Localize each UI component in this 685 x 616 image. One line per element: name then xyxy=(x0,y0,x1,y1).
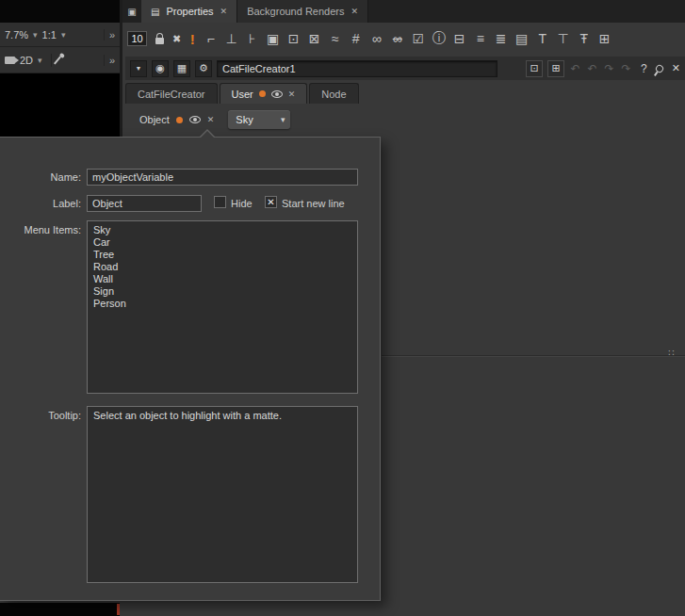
undo-all-icon[interactable]: ↶ xyxy=(586,62,598,75)
link-knob-icon[interactable]: ∞ xyxy=(369,31,383,46)
viewer-zoom-value[interactable]: 7.7% xyxy=(5,29,28,41)
redo-all-icon[interactable]: ↷ xyxy=(620,62,632,75)
pane-splitter[interactable] xyxy=(382,355,685,357)
menu-items-textarea[interactable]: Sky Car Tree Road Wall Sign Person xyxy=(87,220,358,394)
bbox-knob-icon[interactable]: ▣ xyxy=(266,31,280,46)
eyedropper-icon[interactable] xyxy=(54,56,61,64)
node-indicator-icon[interactable]: ◉ xyxy=(152,60,169,77)
name-label: Name: xyxy=(0,171,81,183)
view-mode-dropdown[interactable]: 2D xyxy=(20,55,33,66)
chevron-down-icon[interactable]: ▾ xyxy=(38,56,42,65)
knob-edit-toolbar: 10 ✖ ! ⌐ ⊥ ⊦ ▣ ⊡ ⊠ ≈ # ∞ ∞ ☑ ⓘ ⊟ ≡ ≣ ▤ T… xyxy=(122,23,685,55)
node-tabbar: CatFileCreator User ✕ Node xyxy=(125,83,359,104)
multiline-knob-icon[interactable]: ⊤ xyxy=(556,31,570,46)
tab-label: Node xyxy=(321,89,346,100)
int-knob-icon[interactable]: ⌐ xyxy=(204,31,218,46)
pin-icon[interactable] xyxy=(654,63,664,73)
double-chevron-icon[interactable]: » xyxy=(104,29,115,41)
tab-label: CatFileCreator xyxy=(138,89,205,100)
chevron-down-icon: ▾ xyxy=(275,115,290,124)
redo-icon[interactable]: ↷ xyxy=(603,62,615,75)
close-icon[interactable]: ✕ xyxy=(220,7,228,16)
channels-knob-icon[interactable]: # xyxy=(349,31,363,46)
timeline-strip xyxy=(0,603,120,616)
transform-knob-icon[interactable]: ⊠ xyxy=(307,31,321,46)
pulldown-knob-icon[interactable]: ⊥ xyxy=(224,31,238,46)
max-panels-count[interactable]: 10 xyxy=(127,31,147,46)
modified-dot-icon xyxy=(176,117,183,123)
info-knob-icon[interactable]: ⓘ xyxy=(432,30,446,47)
close-icon[interactable]: ✕ xyxy=(207,115,215,124)
text-block-icon[interactable]: ▤ xyxy=(514,31,529,46)
close-panel-icon[interactable]: ✕ xyxy=(672,62,680,74)
panel-menu-button[interactable]: ▼ xyxy=(130,60,147,77)
object-knob-row: Object ✕ Sky ▾ xyxy=(139,109,290,130)
tab-label: User xyxy=(232,89,253,100)
name-input[interactable] xyxy=(87,169,358,186)
hide-checkbox[interactable] xyxy=(214,196,226,208)
chevron-down-icon[interactable]: ▾ xyxy=(33,30,38,40)
wrench-icon[interactable]: ⚙ xyxy=(195,60,212,77)
checkbox-knob-icon[interactable]: ☑ xyxy=(411,31,425,46)
remove-all-icon[interactable]: ✖ xyxy=(172,33,181,45)
unlink-knob-icon[interactable]: ∞ xyxy=(390,31,404,46)
alert-indicator-icon: ! xyxy=(188,31,197,47)
double-chevron-icon[interactable]: » xyxy=(104,55,115,66)
hide-label: Hide xyxy=(231,198,253,209)
tab-label: Properties xyxy=(166,6,213,17)
nuke-window: 7.7% ▾ 1:1 ▾ » 2D ▾ » ▣ ▤ Properties ✕ B… xyxy=(0,0,685,616)
tab-catfilecreator[interactable]: CatFileCreator xyxy=(125,83,218,104)
knob-label: Object xyxy=(139,114,170,125)
tab-node[interactable]: Node xyxy=(309,83,358,104)
object-dropdown[interactable]: Sky ▾ xyxy=(228,110,290,129)
properties-panel-icon: ▤ xyxy=(151,7,159,17)
title-knob-icon[interactable]: Ŧ xyxy=(577,31,591,46)
close-icon[interactable]: ✕ xyxy=(351,7,358,16)
knob-edit-panel: Name: Label: Hide Start new line Menu It… xyxy=(0,137,381,601)
start-new-line-checkbox[interactable] xyxy=(265,196,277,208)
menu-items-label: Menu Items: xyxy=(0,224,81,235)
close-icon[interactable]: ✕ xyxy=(288,89,296,99)
chevron-down-icon[interactable]: ▾ xyxy=(61,30,66,40)
playhead-marker xyxy=(117,604,120,615)
label-label: Label: xyxy=(0,198,81,209)
help-button[interactable]: ? xyxy=(637,62,651,75)
viewer-mode-row: 2D ▾ » xyxy=(0,47,120,73)
tooltip-label: Tooltip: xyxy=(0,410,81,421)
properties-panel-header: ▼ ◉ ▦ ⚙ ⊡ ⊞ ↶ ↶ ↷ ↷ ? ✕ xyxy=(125,57,685,80)
float-panel-icon[interactable]: ⊡ xyxy=(526,60,543,77)
viewer-viewport[interactable] xyxy=(0,73,120,137)
tab-properties[interactable]: ▤ Properties ✕ xyxy=(141,0,237,23)
justify-fill-icon[interactable]: ≣ xyxy=(494,31,508,46)
justify-left-icon[interactable]: ≡ xyxy=(473,31,487,46)
triangle-down-icon: ▼ xyxy=(136,65,142,72)
tooltip-textarea[interactable]: Select an object to highlight with a mat… xyxy=(87,406,358,583)
tab-background-renders[interactable]: Background Renders ✕ xyxy=(237,0,368,23)
text-knob-icon[interactable]: T xyxy=(535,31,549,46)
curve-knob-icon[interactable]: ≈ xyxy=(328,31,342,46)
lock-icon[interactable] xyxy=(155,38,164,44)
divider-knob-icon[interactable]: ⊟ xyxy=(452,31,466,46)
modified-dot-icon xyxy=(259,90,266,97)
tab-group-icon[interactable]: ⊞ xyxy=(597,31,612,46)
undo-icon[interactable]: ↶ xyxy=(569,62,581,75)
dropdown-value: Sky xyxy=(228,114,275,125)
popup-notch-fill xyxy=(201,131,214,138)
pane-tabbar: ▣ ▤ Properties ✕ Background Renders ✕ xyxy=(122,0,685,23)
tab-user[interactable]: User ✕ xyxy=(220,83,308,104)
eye-icon[interactable] xyxy=(189,116,201,123)
label-input[interactable] xyxy=(87,195,202,212)
splitter-grip-icon[interactable]: ∷ xyxy=(668,348,673,358)
viewer-zoom-row: 7.7% ▾ 1:1 ▾ » xyxy=(0,23,120,47)
axis-knob-icon[interactable]: ⊦ xyxy=(245,31,259,46)
expand-panel-icon[interactable]: ⊞ xyxy=(547,60,564,77)
pane-menu-icon[interactable]: ▣ xyxy=(122,0,141,23)
divider xyxy=(51,54,52,67)
viewer-header-strip xyxy=(0,0,120,23)
viewer-proxy-value[interactable]: 1:1 xyxy=(42,29,57,41)
eye-icon[interactable] xyxy=(271,90,283,98)
format-knob-icon[interactable]: ⊡ xyxy=(286,31,301,46)
node-name-input[interactable] xyxy=(217,60,497,77)
node-class-icon: ▦ xyxy=(173,60,190,77)
tab-label: Background Renders xyxy=(247,6,344,17)
